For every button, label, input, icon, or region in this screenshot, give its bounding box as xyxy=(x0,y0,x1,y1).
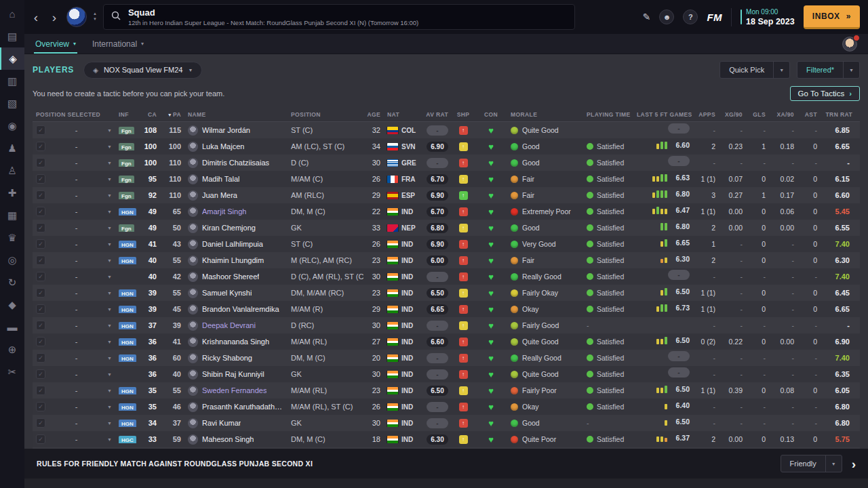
column-header-pa[interactable]: ▼PA xyxy=(160,111,184,118)
row-checkbox[interactable]: ✓ xyxy=(36,239,45,249)
chevron-down-icon[interactable]: ▼ xyxy=(107,242,112,247)
chevron-down-icon[interactable]: ▼ xyxy=(107,356,112,361)
table-row[interactable]: ✓-▼HGN3546Prasanth KaruthadathkuniM/AM (… xyxy=(33,399,860,415)
forward-button[interactable]: › xyxy=(48,11,60,24)
column-header-con[interactable]: CON xyxy=(475,111,507,118)
table-row[interactable]: ✓-▼HGN3739Deepak DevraniD (RC)30IND-↑♥Fa… xyxy=(33,317,860,333)
sidebar-item-club-info[interactable]: ◆ xyxy=(0,293,24,316)
player-name-cell[interactable]: Kiran Chemjong xyxy=(184,223,288,233)
back-button[interactable]: ‹ xyxy=(30,11,42,24)
club-crest[interactable] xyxy=(66,7,87,27)
player-name[interactable]: Madih Talal xyxy=(202,175,239,183)
row-checkbox[interactable]: ✓ xyxy=(36,190,45,200)
player-name[interactable]: Mashoor Shereef xyxy=(202,272,259,281)
player-name-cell[interactable]: Maheson Singh xyxy=(184,434,288,445)
edit-pencil-icon[interactable]: ✎ xyxy=(643,12,651,22)
squad-view-selector[interactable]: ◈ NOX Squad View FM24 ▼ xyxy=(83,62,202,79)
chevron-down-icon[interactable]: ▼ xyxy=(107,291,112,296)
player-name[interactable]: Luka Majcen xyxy=(202,142,244,150)
table-row[interactable]: ✓-▼HGN3555Sweden FernandesM/AM (RL)23IND… xyxy=(33,382,860,399)
player-name[interactable]: Wilmar Jordán xyxy=(202,126,250,134)
column-header-playing-time[interactable]: PLAYING TIME xyxy=(583,111,633,118)
sidebar-item-news[interactable]: ▤ xyxy=(0,25,24,47)
chevron-down-icon[interactable]: ▼ xyxy=(107,144,112,149)
column-header-nat[interactable]: NAT xyxy=(384,111,419,118)
chevron-down-icon[interactable]: ▼ xyxy=(107,437,112,442)
sidebar-item-club[interactable]: ◉ xyxy=(0,115,24,137)
table-row[interactable]: ✓-▼Fgn100110Dimitris ChatziisaiasD (C)30… xyxy=(33,155,860,171)
player-name[interactable]: Prasanth Karuthadathkuni xyxy=(202,403,284,411)
player-name[interactable]: Sweden Fernandes xyxy=(202,386,267,394)
column-header-position[interactable]: POSITION xyxy=(288,111,363,118)
filter-button[interactable]: Filtered* ▼ xyxy=(797,61,860,79)
player-name[interactable]: Krishnananda Singh xyxy=(202,338,269,346)
player-name[interactable]: Ravi Kumar xyxy=(202,419,241,427)
player-name-cell[interactable]: Wilmar Jordán xyxy=(184,125,288,136)
sidebar-item-staff[interactable]: ♟ xyxy=(0,137,24,159)
sidebar-item-development[interactable]: ✂ xyxy=(0,361,24,383)
column-header-xa-90[interactable]: XA/90 xyxy=(769,111,797,118)
player-name[interactable]: Amarjit Singh xyxy=(202,207,246,216)
column-header-name[interactable]: NAME xyxy=(184,111,288,118)
player-name[interactable]: Shibin Raj Kunniyil xyxy=(202,370,264,378)
column-header-position-selected[interactable]: POSITION SELECTED xyxy=(33,111,115,118)
column-header-trn-rat[interactable]: TRN RAT xyxy=(821,111,856,118)
column-header-shp[interactable]: SHP xyxy=(452,111,475,118)
player-name-cell[interactable]: Juan Mera xyxy=(184,190,288,201)
row-checkbox[interactable]: ✓ xyxy=(36,386,45,395)
row-checkbox[interactable]: ✓ xyxy=(36,304,45,314)
row-checkbox[interactable]: ✓ xyxy=(36,158,45,167)
friendly-dropdown[interactable]: Friendly ▼ xyxy=(781,455,842,472)
help-icon[interactable]: ? xyxy=(683,9,698,24)
row-checkbox[interactable]: ✓ xyxy=(36,174,45,184)
date-continue-block[interactable]: Mon 09:00 18 Sep 2023 xyxy=(731,8,795,26)
row-checkbox[interactable]: ✓ xyxy=(36,272,45,281)
sidebar-item-home[interactable]: ⌂ xyxy=(0,3,24,25)
chevron-down-icon[interactable]: ▼ xyxy=(107,405,112,409)
table-row[interactable]: ✓-▼HGN4055Khaimin LhungdimM (RLC), AM (R… xyxy=(33,252,860,268)
column-header-morale[interactable]: MORALE xyxy=(507,111,583,118)
column-header-apps[interactable]: APPS xyxy=(693,111,719,118)
sidebar-item-world[interactable]: ⊕ xyxy=(0,338,24,361)
table-row[interactable]: ✓-▼HGN3437Ravi KumarGK30IND-↑♥Good-6.50-… xyxy=(33,415,860,431)
player-name[interactable]: Ricky Shabong xyxy=(202,354,252,362)
club-switcher[interactable]: ▲ ▼ xyxy=(93,12,97,22)
chevron-down-icon[interactable]: ▼ xyxy=(107,161,112,165)
table-row[interactable]: ✓-▼Fgn108115Wilmar JordánST (C)32COL-↑♥Q… xyxy=(33,122,860,138)
player-name[interactable]: Kiran Chemjong xyxy=(202,224,256,232)
assistant-icon[interactable]: ☻ xyxy=(659,9,674,24)
table-row[interactable]: ✓-▼Fgn4950Kiran ChemjongGK33NEP6.80↑♥Goo… xyxy=(33,220,860,236)
sidebar-item-scouting[interactable]: ◎ xyxy=(0,249,24,271)
player-name-cell[interactable]: Ricky Shabong xyxy=(184,353,288,363)
row-checkbox[interactable]: ✓ xyxy=(36,418,45,428)
table-row[interactable]: ✓-▼HGN3955Samuel KynshiDM, M/AM (RC)23IN… xyxy=(33,285,860,301)
player-name-cell[interactable]: Shibin Raj Kunniyil xyxy=(184,369,288,380)
row-checkbox[interactable]: ✓ xyxy=(36,369,45,379)
chevron-down-icon[interactable]: ▼ xyxy=(107,274,112,279)
row-checkbox[interactable]: ✓ xyxy=(36,288,45,298)
sidebar-item-schedule[interactable]: ▦ xyxy=(0,204,24,226)
row-checkbox[interactable]: ✓ xyxy=(36,337,45,346)
inbox-button[interactable]: INBOX » xyxy=(804,5,860,29)
chevron-down-icon[interactable]: ▼ xyxy=(773,62,789,78)
player-name-cell[interactable]: Prasanth Karuthadathkuni xyxy=(184,402,288,412)
player-name-cell[interactable]: Luka Majcen xyxy=(184,142,288,152)
quick-pick-button[interactable]: Quick Pick ▼ xyxy=(719,61,790,79)
column-header-gls[interactable]: GLS xyxy=(746,111,769,118)
player-name[interactable]: Deepak Devrani xyxy=(202,321,256,329)
chevron-down-icon[interactable]: ▼ xyxy=(107,372,112,377)
chevron-down-icon[interactable]: ▼ xyxy=(107,128,112,133)
player-name-cell[interactable]: Daniel Lalhlimpuia xyxy=(184,239,288,249)
player-name-cell[interactable]: Amarjit Singh xyxy=(184,207,288,217)
chevron-down-icon[interactable]: ▼ xyxy=(107,258,112,263)
tab-international[interactable]: International ▾ xyxy=(92,34,144,54)
player-name-cell[interactable]: Sweden Fernandes xyxy=(184,386,288,396)
chevron-down-icon[interactable]: ▼ xyxy=(107,307,112,312)
search-title-bar[interactable]: Squad 12th in Hero Indian Super League -… xyxy=(103,4,575,30)
player-name[interactable]: Samuel Kynshi xyxy=(202,289,252,297)
player-name[interactable]: Brandon Vanlalremdika xyxy=(202,305,279,313)
player-name[interactable]: Dimitris Chatziisaias xyxy=(202,159,269,167)
chevron-down-icon[interactable]: ▼ xyxy=(107,421,112,426)
row-checkbox[interactable]: ✓ xyxy=(36,256,45,265)
column-header-ast[interactable]: AST xyxy=(797,111,821,118)
